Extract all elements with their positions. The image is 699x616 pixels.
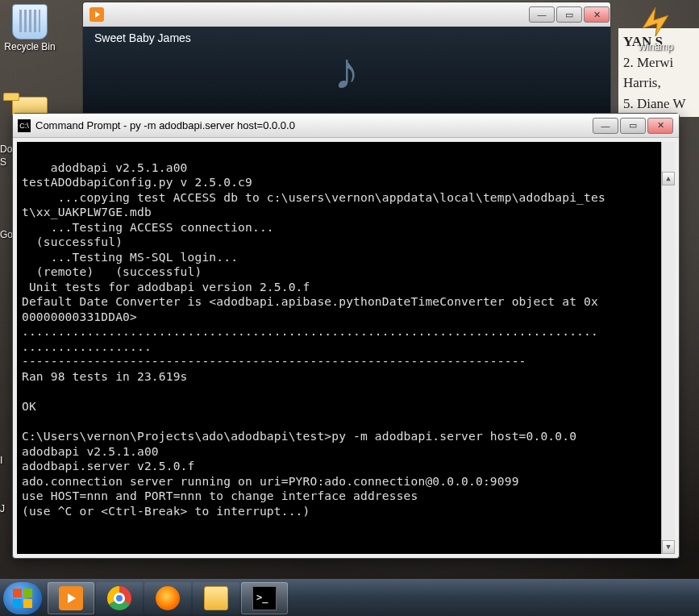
start-button[interactable]	[3, 582, 42, 614]
bg-line: 5. Diane W	[623, 94, 697, 114]
desktop-icon-recycle-bin[interactable]: Recycle Bin	[0, 4, 60, 52]
media-player-titlebar[interactable]: — ▭ ✕	[83, 2, 610, 27]
svg-rect-4	[23, 599, 32, 608]
media-player-icon	[59, 586, 83, 610]
explorer-icon	[204, 586, 228, 610]
now-playing-title: Sweet Baby James	[94, 31, 191, 44]
music-note-icon: ♪	[334, 41, 360, 101]
taskbar-item-explorer[interactable]	[193, 582, 239, 614]
desktop-icon-label: Recycle Bin	[0, 41, 60, 52]
maximize-button[interactable]: ▭	[620, 118, 646, 134]
taskbar-item-cmd[interactable]	[241, 582, 288, 614]
windows-logo-icon	[12, 588, 33, 609]
maximize-button[interactable]: ▭	[556, 6, 582, 23]
scroll-down-button[interactable]: ▼	[662, 540, 675, 554]
cmd-icon	[252, 586, 277, 610]
taskbar-item-media-player[interactable]	[48, 582, 94, 614]
taskbar-item-chrome[interactable]	[96, 582, 143, 614]
desktop-icon-label: Winamp	[626, 41, 685, 52]
winamp-icon	[638, 4, 673, 40]
close-button[interactable]: ✕	[647, 118, 673, 134]
taskbar[interactable]	[0, 579, 699, 616]
svg-rect-1	[13, 589, 22, 597]
command-prompt-window[interactable]: C:\ Command Prompt - py -m adodbapi.serv…	[12, 113, 680, 559]
bg-line: Harris,	[623, 73, 697, 94]
taskbar-item-firefox[interactable]	[144, 582, 191, 614]
desktop-icon-winamp[interactable]: Winamp	[626, 4, 685, 52]
window-title: Command Prompt - py -m adodbapi.server h…	[35, 119, 295, 131]
scroll-track[interactable]	[662, 156, 675, 540]
console-text: adodbapi v2.5.1.a00 testADOdbapiConfig.p…	[22, 160, 605, 518]
firefox-icon	[156, 586, 180, 610]
scrollbar[interactable]: ▲ ▼	[661, 142, 675, 554]
command-prompt-titlebar[interactable]: C:\ Command Prompt - py -m adodbapi.serv…	[13, 114, 679, 138]
console-output[interactable]: adodbapi v2.5.1.a00 testADOdbapiConfig.p…	[17, 142, 675, 554]
recycle-bin-icon	[12, 4, 48, 40]
cmd-icon: C:\	[18, 119, 31, 132]
close-button[interactable]: ✕	[584, 6, 610, 23]
minimize-button[interactable]: —	[529, 6, 555, 23]
bg-line: 2. Merwi	[623, 52, 697, 73]
media-player-logo-icon	[89, 7, 104, 22]
media-player-window[interactable]: — ▭ ✕ Sweet Baby James ♪	[82, 2, 611, 131]
svg-rect-3	[13, 599, 22, 608]
svg-rect-2	[23, 589, 32, 597]
minimize-button[interactable]: —	[593, 118, 618, 134]
chrome-icon	[107, 586, 131, 610]
svg-marker-0	[643, 7, 668, 36]
